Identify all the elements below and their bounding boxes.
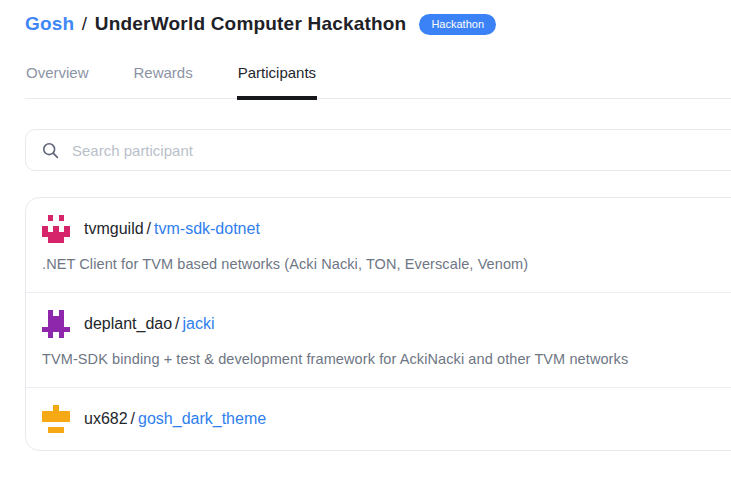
participant-repo-link[interactable]: jacki bbox=[183, 315, 215, 332]
participant-repo-link[interactable]: gosh_dark_theme bbox=[138, 410, 266, 427]
participant-owner: ux682 bbox=[84, 410, 128, 427]
participant-row: ux682/gosh_dark_theme bbox=[26, 387, 731, 450]
participant-description: TVM-SDK binding + test & development fra… bbox=[42, 351, 731, 367]
participant-avatar-icon bbox=[42, 310, 70, 338]
owner-repo-separator: / bbox=[175, 315, 179, 332]
search-input[interactable] bbox=[72, 142, 731, 159]
hackathon-title: UnderWorld Computer Hackathon bbox=[95, 13, 407, 34]
tab-participants[interactable]: Participants bbox=[237, 64, 317, 98]
tab-overview[interactable]: Overview bbox=[25, 64, 90, 98]
participant-row: deplant_dao/jackiTVM-SDK binding + test … bbox=[26, 292, 731, 387]
participant-owner: tvmguild bbox=[84, 220, 144, 237]
page-title: Gosh / UnderWorld Computer Hackathon bbox=[25, 13, 406, 35]
participant-owner: deplant_dao bbox=[84, 315, 172, 332]
hackathon-type-badge: Hackathon bbox=[419, 14, 496, 35]
participant-description: .NET Client for TVM based networks (Acki… bbox=[42, 256, 731, 272]
participant-repo-link[interactable]: tvm-sdk-dotnet bbox=[154, 220, 260, 237]
participant-row: tvmguild/tvm-sdk-dotnet.NET Client for T… bbox=[26, 198, 731, 292]
hackathon-page: Gosh / UnderWorld Computer Hackathon Hac… bbox=[0, 0, 731, 451]
participants-list: tvmguild/tvm-sdk-dotnet.NET Client for T… bbox=[25, 197, 731, 451]
breadcrumb-root-link[interactable]: Gosh bbox=[25, 13, 74, 34]
search-icon bbox=[42, 142, 59, 159]
tab-bar: OverviewRewardsParticipants bbox=[25, 64, 731, 99]
owner-repo-separator: / bbox=[147, 220, 151, 237]
owner-repo-separator: / bbox=[131, 410, 135, 427]
participant-avatar-icon bbox=[42, 215, 70, 243]
participant-avatar-icon bbox=[42, 405, 70, 433]
tab-rewards[interactable]: Rewards bbox=[133, 64, 194, 98]
breadcrumb-separator: / bbox=[82, 13, 87, 34]
search-box[interactable] bbox=[25, 129, 731, 171]
page-header: Gosh / UnderWorld Computer Hackathon Hac… bbox=[25, 13, 731, 35]
